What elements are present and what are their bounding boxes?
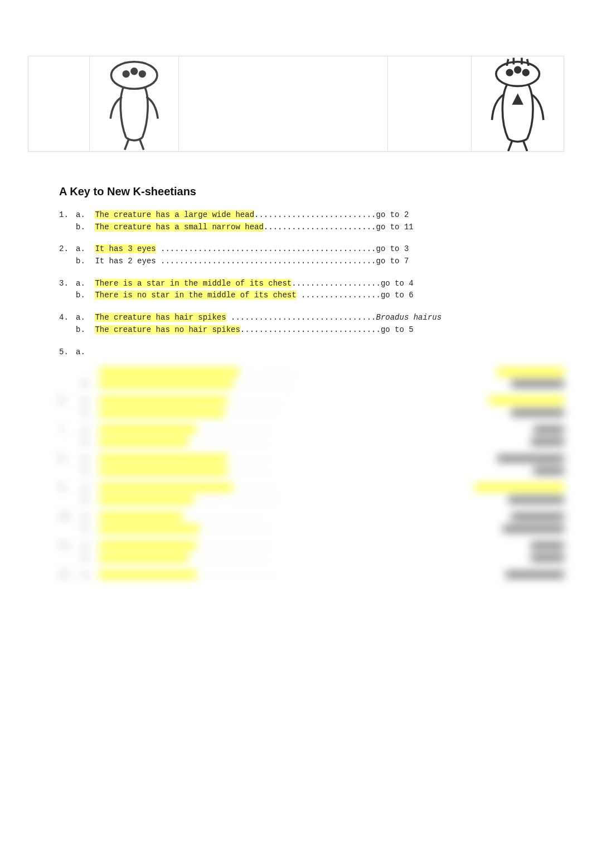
key-line-b: b. It has 2 eyes .......................… — [59, 255, 564, 268]
blurred-content: .............b...............6.a........… — [28, 368, 564, 579]
blurred-row: 7.a................... — [59, 425, 564, 434]
blurred-row: b.................... — [59, 437, 564, 446]
blurred-row: 9.a........... — [59, 483, 564, 492]
key-line-b: b. The creature has no hair spikes......… — [59, 324, 564, 336]
blurred-row: b........... — [59, 466, 564, 475]
key-entry: 3.a. There is a star in the middle of it… — [59, 278, 564, 302]
img-cell-2 — [90, 56, 179, 151]
img-cell-3 — [179, 56, 388, 151]
blurred-row: 10.a.................... — [59, 512, 564, 521]
svg-point-1 — [123, 71, 129, 77]
img-cell-4 — [388, 56, 472, 151]
blurred-row: b....... ............. — [59, 495, 564, 504]
blurred-row: 8.a........... — [59, 454, 564, 463]
key-line-b: b. There is no star in the middle of its… — [59, 290, 564, 302]
blurred-row: b............. — [59, 408, 564, 417]
svg-point-6 — [515, 67, 521, 73]
creature-image-row — [28, 56, 564, 152]
key-line-a: 5.a. — [59, 346, 564, 359]
dichotomous-key: 1.a. The creature has a large wide head.… — [28, 209, 564, 358]
key-entry: 4.a. The creature has hair spikes ......… — [59, 312, 564, 336]
key-entry: 1.a. The creature has a large wide head.… — [59, 209, 564, 233]
key-line-a: 1.a. The creature has a large wide head.… — [59, 209, 564, 221]
svg-point-2 — [132, 69, 137, 74]
key-entry: 2.a. It has 3 eyes .....................… — [59, 243, 564, 267]
blurred-row: 12.a................... — [59, 570, 564, 579]
creature-illustration-1 — [100, 56, 168, 151]
svg-point-7 — [523, 70, 528, 75]
key-line-a: 3.a. There is a star in the middle of it… — [59, 278, 564, 290]
svg-point-4 — [496, 62, 540, 86]
svg-point-0 — [111, 62, 157, 89]
key-entry: 5.a. — [59, 346, 564, 359]
blurred-row: 6.a.............. — [59, 396, 564, 405]
key-line-a: 2.a. It has 3 eyes .....................… — [59, 243, 564, 255]
img-cell-5 — [472, 56, 564, 151]
svg-point-3 — [139, 71, 145, 77]
blurred-row: b.................. — [59, 524, 564, 533]
blurred-row: b.................... — [59, 553, 564, 562]
svg-point-5 — [507, 70, 512, 75]
img-cell-1 — [28, 56, 90, 151]
blurred-row: b............... — [59, 379, 564, 388]
creature-illustration-2 — [484, 56, 551, 151]
blurred-row: 11.a................... — [59, 541, 564, 550]
key-line-a: 4.a. The creature has hair spikes ......… — [59, 312, 564, 324]
key-line-b: b. The creature has a small narrow head.… — [59, 221, 564, 234]
page-title: A Key to New K-sheetians — [59, 185, 564, 198]
blurred-row: ............. — [59, 368, 564, 376]
